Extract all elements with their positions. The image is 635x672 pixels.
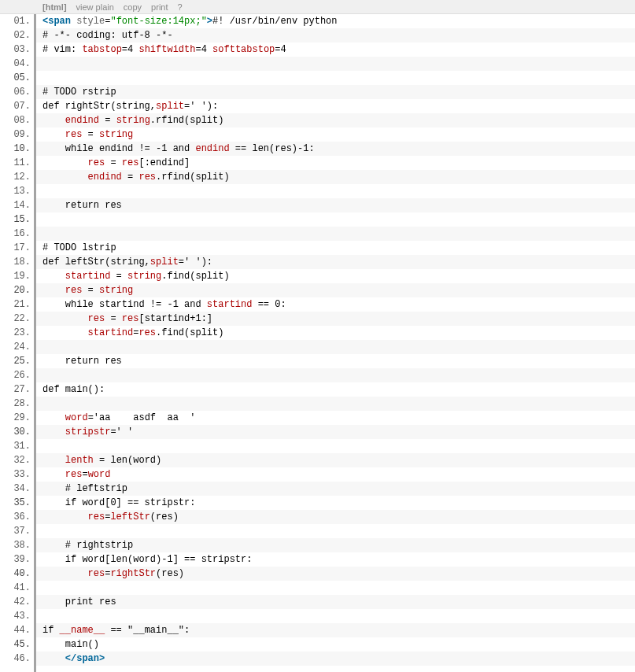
code-line: main() [36,637,635,652]
line-no: 20. [0,283,34,297]
code-line [36,71,635,85]
code-line: </span> [36,652,635,666]
line-no: 43. [0,609,34,623]
code-line [36,439,635,453]
line-no: 22. [0,312,34,326]
code-line: startind = string.find(split) [36,269,635,283]
line-no: 17. [0,241,34,255]
line-no: 37. [0,524,34,538]
line-no: 28. [0,397,34,411]
line-no: 36. [0,510,34,524]
lang-label[interactable]: [html] [42,2,67,12]
line-no: 18. [0,255,34,269]
code-line: # -*- coding: utf-8 -*- [36,28,635,42]
line-no [0,666,34,672]
code-line [36,212,635,227]
code-line: while endind != -1 and endind == len(res… [36,142,635,156]
code-line: while startind != -1 and startind == 0: [36,297,635,312]
code-line: # TODO rstrip [36,85,635,99]
line-no: 25. [0,354,34,368]
line-no: 35. [0,496,34,510]
line-no: 16. [0,227,34,241]
line-no: 06. [0,85,34,99]
line-no: 09. [0,127,34,142]
line-no: 08. [0,113,34,127]
code-container: 01. 02. 03. 04. 05. 06. 07. 08. 09. 10. … [0,14,635,672]
line-no: 24. [0,340,34,354]
line-no: 05. [0,71,34,85]
code-line [36,227,635,241]
line-no: 19. [0,269,34,283]
line-no: 26. [0,368,34,382]
code-line: <span style="font-size:14px;">#! /usr/bi… [36,14,635,28]
line-no: 10. [0,142,34,156]
line-no: 45. [0,637,34,652]
view-plain-link[interactable]: view plain [76,2,114,12]
code-line: endind = string.rfind(split) [36,113,635,127]
code-line [36,57,635,71]
line-no: 41. [0,581,34,595]
code-line: # TODO lstrip [36,241,635,255]
line-no: 34. [0,482,34,496]
line-no: 46. [0,652,34,666]
line-no: 21. [0,297,34,312]
line-no: 11. [0,156,34,170]
print-link[interactable]: print [151,2,168,12]
line-no: 32. [0,453,34,467]
line-no: 13. [0,184,34,198]
code-line: if word[0] == stripstr: [36,496,635,510]
code-line: word='aa asdf aa ' [36,411,635,425]
code-line: def leftStr(string,split=' '): [36,255,635,269]
line-no: 39. [0,552,34,567]
code-area[interactable]: <span style="font-size:14px;">#! /usr/bi… [36,14,635,672]
code-line [36,397,635,411]
code-line: lenth = len(word) [36,453,635,467]
line-no: 40. [0,567,34,581]
code-line: res = string [36,283,635,297]
code-line: if __name__ == "__main__": [36,623,635,637]
code-line: if word[len(word)-1] == stripstr: [36,552,635,567]
code-line: startind=res.find(split) [36,326,635,340]
line-no: 27. [0,382,34,397]
code-line: stripstr=' ' [36,425,635,439]
code-line: print res [36,595,635,609]
line-no: 44. [0,623,34,637]
code-line: return res [36,198,635,212]
line-no: 02. [0,28,34,42]
code-line [36,524,635,538]
code-line: res = res[:endind] [36,156,635,170]
line-no: 15. [0,212,34,227]
code-line: def rightStr(string,split=' '): [36,99,635,113]
code-line [36,184,635,198]
line-no: 14. [0,198,34,212]
code-line: def main(): [36,382,635,397]
code-line: res=word [36,467,635,482]
code-line [36,340,635,354]
line-no: 07. [0,99,34,113]
line-no: 42. [0,595,34,609]
code-line: return res [36,354,635,368]
code-line: res=rightStr(res) [36,567,635,581]
line-no: 31. [0,439,34,453]
code-line [36,581,635,595]
line-no: 12. [0,170,34,184]
help-link[interactable]: ? [178,2,183,12]
code-toolbar: [html]view plaincopyprint? [0,0,635,14]
line-no: 29. [0,411,34,425]
code-line: # rightstrip [36,538,635,552]
line-gutter: 01. 02. 03. 04. 05. 06. 07. 08. 09. 10. … [0,14,36,672]
code-line: res = res[startind+1:] [36,312,635,326]
line-no: 01. [0,14,34,28]
code-line [36,609,635,623]
line-no: 03. [0,42,34,57]
code-line: res = string [36,127,635,142]
code-line [36,368,635,382]
line-no: 33. [0,467,34,482]
line-no: 38. [0,538,34,552]
copy-link[interactable]: copy [124,2,142,12]
line-no: 30. [0,425,34,439]
code-line: # leftstrip [36,482,635,496]
code-line: endind = res.rfind(split) [36,170,635,184]
line-no: 23. [0,326,34,340]
line-no: 04. [0,57,34,71]
